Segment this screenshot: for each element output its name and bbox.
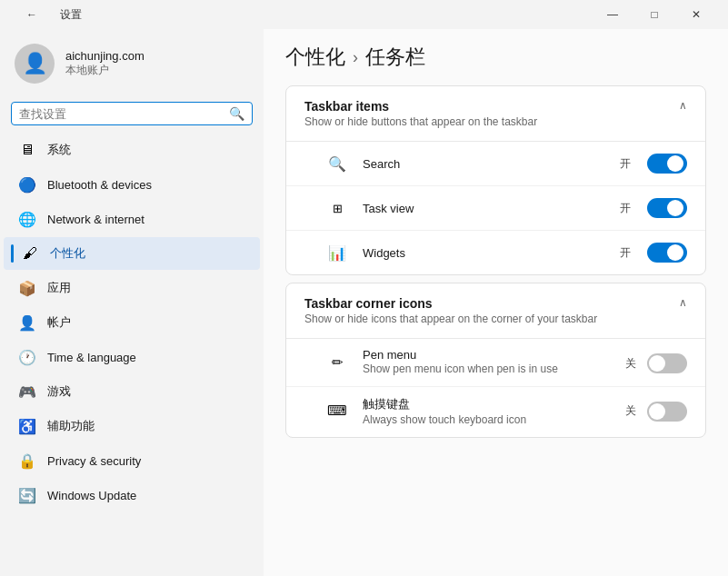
sidebar-item-label: 游戏 — [47, 383, 71, 400]
taskview-setting-row: ⊞ Task view 开 — [286, 186, 705, 231]
taskview-setting-icon: ⊞ — [326, 197, 348, 219]
content-area: 个性化 › 任务栏 Taskbar items Show or hide but… — [264, 29, 728, 576]
sidebar-item-time[interactable]: 🕐 Time & language — [4, 341, 260, 373]
widgets-toggle-label: 开 — [620, 245, 631, 261]
network-icon: 🌐 — [18, 210, 36, 228]
system-icon: 🖥 — [18, 141, 36, 159]
search-toggle-label: 开 — [620, 156, 631, 172]
sidebar-item-privacy[interactable]: 🔒 Privacy & security — [4, 444, 260, 477]
sidebar-item-label: 系统 — [47, 142, 71, 158]
title-bar: ← 设置 — □ ✕ — [0, 0, 728, 29]
breadcrumb-current: 任务栏 — [365, 44, 425, 71]
touchkeyboard-icon: ⌨ — [326, 400, 348, 422]
bluetooth-icon: 🔵 — [18, 175, 36, 194]
gaming-icon: 🎮 — [18, 382, 36, 401]
accessibility-icon: ♿ — [18, 417, 36, 435]
taskbar-items-collapse[interactable]: ∧ — [679, 99, 687, 112]
accounts-icon: 👤 — [18, 313, 36, 332]
sidebar-item-system[interactable]: 🖥 系统 — [4, 134, 260, 166]
penmenu-text: Pen menu Show pen menu icon when pen is … — [363, 348, 614, 377]
sidebar: 👤 aichunjing.com 本地账户 🔍 🖥 系统 🔵 Bluetooth… — [0, 29, 264, 576]
sidebar-item-personalization[interactable]: 🖌 个性化 — [4, 237, 260, 270]
avatar-icon: 👤 — [23, 52, 47, 75]
window-title: 设置 — [60, 7, 82, 23]
widgets-toggle[interactable] — [647, 243, 687, 263]
taskbar-items-title-area: Taskbar items Show or hide buttons that … — [304, 99, 537, 128]
user-info: aichunjing.com 本地账户 — [65, 49, 145, 78]
sidebar-item-windowsupdate[interactable]: 🔄 Windows Update — [4, 479, 260, 511]
avatar: 👤 — [15, 44, 55, 84]
page-header: 个性化 › 任务栏 — [285, 44, 706, 71]
corner-icons-header: Taskbar corner icons Show or hide icons … — [286, 283, 705, 339]
personalization-icon: 🖌 — [21, 244, 39, 263]
penmenu-row: ✏ Pen menu Show pen menu icon when pen i… — [286, 339, 705, 387]
penmenu-toggle[interactable] — [647, 353, 687, 373]
penmenu-desc: Show pen menu icon when pen is in use — [363, 362, 614, 377]
active-bar — [11, 244, 14, 263]
sidebar-item-label: Privacy & security — [47, 454, 141, 468]
sidebar-item-accessibility[interactable]: ♿ 辅助功能 — [4, 410, 260, 442]
widgets-setting-row: 📊 Widgets 开 — [286, 231, 705, 274]
widgets-setting-label: Widgets — [363, 246, 609, 260]
touchkeyboard-toggle[interactable] — [647, 402, 687, 422]
sidebar-item-bluetooth[interactable]: 🔵 Bluetooth & devices — [4, 168, 260, 201]
sidebar-item-label: 应用 — [47, 280, 71, 296]
penmenu-icon: ✏ — [326, 352, 348, 373]
sidebar-item-accounts[interactable]: 👤 帐户 — [4, 306, 260, 339]
back-icon: ← — [26, 8, 37, 21]
touchkeyboard-row: ⌨ 触摸键盘 Always show touch keyboard icon 关 — [286, 387, 705, 437]
breadcrumb-separator: › — [353, 48, 358, 67]
touchkeyboard-desc: Always show touch keyboard icon — [363, 412, 614, 428]
taskbar-items-section: Taskbar items Show or hide buttons that … — [285, 85, 706, 275]
sidebar-item-label: Time & language — [47, 351, 136, 364]
penmenu-label: Pen menu — [363, 348, 614, 362]
corner-icons-section: Taskbar corner icons Show or hide icons … — [285, 283, 706, 438]
search-setting-row: 🔍 Search 开 — [286, 142, 705, 186]
minimize-button[interactable]: — — [592, 0, 633, 29]
apps-icon: 📦 — [18, 279, 36, 297]
privacy-icon: 🔒 — [18, 452, 36, 470]
widgets-setting-icon: 📊 — [326, 242, 348, 263]
windowsupdate-icon: 🔄 — [18, 486, 36, 504]
search-icon: 🔍 — [229, 106, 244, 121]
back-button[interactable]: ← — [11, 0, 53, 29]
sidebar-item-apps[interactable]: 📦 应用 — [4, 272, 260, 304]
penmenu-toggle-area: 关 — [625, 353, 687, 373]
search-box[interactable]: 🔍 — [11, 102, 253, 125]
breadcrumb-parent: 个性化 — [285, 44, 345, 71]
sidebar-item-label: 帐户 — [47, 314, 71, 331]
maximize-icon: □ — [651, 8, 657, 21]
title-bar-left: ← 设置 — [11, 0, 82, 29]
minimize-icon: — — [607, 8, 618, 21]
touchkeyboard-label: 触摸键盘 — [363, 396, 614, 412]
search-toggle[interactable] — [647, 154, 687, 174]
corner-icons-title-area: Taskbar corner icons Show or hide icons … — [304, 296, 597, 325]
corner-icons-title: Taskbar corner icons — [304, 296, 597, 311]
penmenu-toggle-label: 关 — [625, 356, 636, 372]
taskview-toggle[interactable] — [647, 198, 687, 218]
sidebar-item-network[interactable]: 🌐 Network & internet — [4, 203, 260, 235]
maximize-button[interactable]: □ — [633, 0, 675, 29]
search-input[interactable] — [19, 107, 224, 121]
taskview-setting-label: Task view — [363, 202, 609, 215]
sidebar-item-label: Network & internet — [47, 213, 145, 226]
sidebar-item-label: Windows Update — [47, 489, 136, 502]
touchkeyboard-toggle-area: 关 — [625, 402, 687, 422]
close-icon: ✕ — [692, 8, 701, 21]
touchkeyboard-toggle-label: 关 — [625, 403, 636, 419]
taskview-toggle-label: 开 — [620, 201, 631, 216]
user-section: 👤 aichunjing.com 本地账户 — [0, 29, 264, 98]
search-setting-icon: 🔍 — [326, 153, 348, 174]
search-setting-label: Search — [363, 157, 609, 171]
sidebar-item-gaming[interactable]: 🎮 游戏 — [4, 375, 260, 408]
window-controls: — □ ✕ — [592, 0, 717, 29]
sidebar-item-label: 个性化 — [50, 245, 85, 262]
corner-icons-collapse[interactable]: ∧ — [679, 296, 687, 309]
user-type: 本地账户 — [65, 63, 145, 78]
corner-icons-subtitle: Show or hide icons that appear on the co… — [304, 313, 597, 325]
sidebar-item-label: Bluetooth & devices — [47, 178, 152, 192]
user-name: aichunjing.com — [65, 49, 145, 63]
close-button[interactable]: ✕ — [675, 0, 717, 29]
sidebar-item-label: 辅助功能 — [47, 418, 95, 434]
time-icon: 🕐 — [18, 348, 36, 366]
